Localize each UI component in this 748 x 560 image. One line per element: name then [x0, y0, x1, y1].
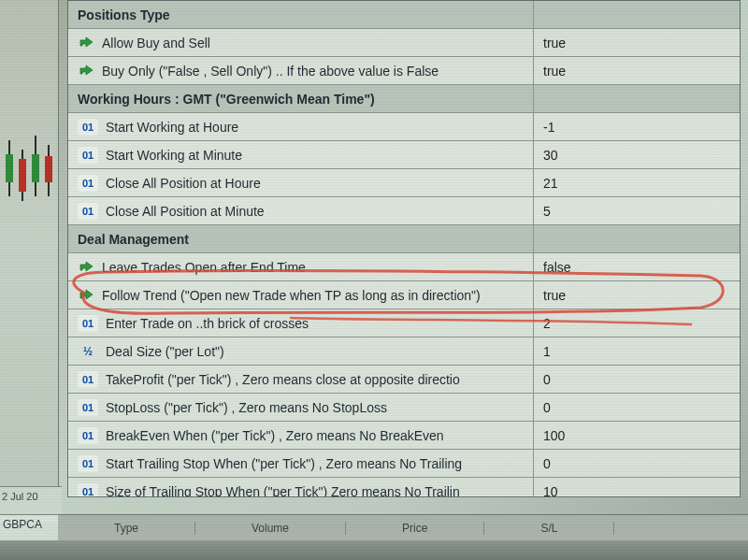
param-name-cell: 01Size of Trailing Stop When ("per Tick"…	[68, 478, 534, 497]
settings-row[interactable]: Allow Buy and Selltrue	[68, 29, 740, 57]
param-name-cell: Buy Only ("False , Sell Only") .. If the…	[68, 57, 534, 84]
param-label: Leave Trades Open after End Time	[102, 260, 306, 275]
param-label: Enter Trade on ..th brick of crosses	[106, 316, 309, 331]
param-name-cell: 01Start Working at Minute	[68, 141, 534, 168]
integer-icon: 01	[78, 427, 98, 444]
param-name-cell: ½Deal Size ("per Lot")	[68, 337, 534, 365]
param-label: StopLoss ("per Tick") , Zero means No St…	[106, 400, 387, 415]
settings-row[interactable]: 01StopLoss ("per Tick") , Zero means No …	[68, 394, 740, 422]
bool-arrow-icon	[78, 259, 94, 276]
integer-icon: 01	[78, 147, 98, 164]
param-value-cell[interactable]: 0	[534, 456, 740, 471]
param-name-cell: 01Close All Position at Minute	[68, 197, 534, 224]
param-label: Follow Trend ("Open new Trade when TP as…	[102, 288, 481, 303]
param-value-cell[interactable]: 0	[534, 400, 740, 415]
settings-row[interactable]: 01TakeProfit ("per Tick") , Zero means c…	[68, 366, 740, 394]
settings-group-header: Positions Type	[68, 1, 740, 29]
bool-arrow-icon	[78, 35, 94, 51]
integer-icon: 01	[78, 315, 98, 332]
param-value-cell[interactable]: 0	[534, 372, 740, 387]
param-value-cell[interactable]: 2	[534, 316, 740, 331]
integer-icon: 01	[78, 175, 98, 192]
param-label: Allow Buy and Sell	[102, 36, 210, 50]
param-label: BreakEven When ("per Tick") , Zero means…	[106, 428, 444, 443]
terminal-header-row: Type Volume Price S/L	[58, 514, 748, 541]
param-label: Close All Position at Houre	[106, 176, 261, 191]
param-label: TakeProfit ("per Tick") , Zero means clo…	[106, 372, 460, 387]
settings-row[interactable]: 01Size of Trailing Stop When ("per Tick"…	[68, 478, 740, 497]
settings-row[interactable]: 01Start Working at Houre-1	[68, 113, 740, 141]
param-label: Buy Only ("False , Sell Only") .. If the…	[102, 64, 439, 79]
param-value-cell[interactable]: 30	[534, 148, 740, 163]
param-value-cell[interactable]: 1	[534, 344, 740, 359]
param-name-cell: 01Close All Position at Houre	[68, 169, 534, 196]
param-value-cell[interactable]: 5	[534, 204, 740, 219]
param-label: Start Trailing Stop When ("per Tick") , …	[106, 456, 462, 471]
param-label: Close All Position at Minute	[106, 204, 265, 219]
group-label: Deal Management	[68, 225, 534, 252]
chart-strip	[0, 0, 59, 486]
fraction-icon: ½	[78, 343, 98, 360]
settings-row[interactable]: 01Close All Position at Minute5	[68, 197, 740, 225]
integer-icon: 01	[78, 203, 98, 220]
settings-row[interactable]: Buy Only ("False , Sell Only") .. If the…	[68, 57, 740, 85]
window-border	[0, 540, 748, 560]
param-value-cell[interactable]: 21	[534, 176, 740, 191]
settings-group-header: Working Hours : GMT ("Greenwich Mean Tim…	[68, 85, 740, 113]
param-value-cell[interactable]: true	[534, 36, 740, 50]
settings-panel: Positions TypeAllow Buy and SelltrueBuy …	[67, 0, 741, 497]
integer-icon: 01	[78, 399, 98, 416]
col-volume: Volume	[195, 522, 346, 535]
param-value-cell[interactable]: true	[534, 288, 740, 303]
settings-group-header: Deal Management	[68, 225, 740, 253]
param-name-cell: Follow Trend ("Open new Trade when TP as…	[68, 281, 534, 309]
param-label: Start Working at Houre	[106, 120, 238, 135]
bool-arrow-icon	[78, 63, 94, 79]
col-sl: S/L	[484, 522, 614, 535]
settings-row[interactable]: 01BreakEven When ("per Tick") , Zero mea…	[68, 422, 740, 450]
param-value-cell[interactable]: false	[534, 260, 740, 275]
col-type: Type	[58, 522, 195, 535]
param-label: Deal Size ("per Lot")	[106, 344, 224, 359]
integer-icon: 01	[78, 455, 98, 472]
integer-icon: 01	[78, 119, 98, 136]
param-name-cell: 01StopLoss ("per Tick") , Zero means No …	[68, 394, 534, 421]
param-label: Start Working at Minute	[106, 148, 242, 163]
param-name-cell: 01Start Working at Houre	[68, 113, 534, 140]
param-name-cell: 01TakeProfit ("per Tick") , Zero means c…	[68, 366, 534, 393]
param-name-cell: 01Start Trailing Stop When ("per Tick") …	[68, 450, 534, 477]
integer-icon: 01	[78, 483, 98, 498]
settings-row[interactable]: 01Enter Trade on ..th brick of crosses2	[68, 309, 740, 337]
param-name-cell: 01BreakEven When ("per Tick") , Zero mea…	[68, 422, 534, 449]
chart-symbol-tab[interactable]: GBPCA	[0, 514, 64, 541]
param-value-cell[interactable]: true	[534, 64, 740, 79]
integer-icon: 01	[78, 371, 98, 388]
group-label: Positions Type	[68, 1, 534, 28]
param-value-cell[interactable]: 100	[534, 428, 740, 443]
col-price: Price	[346, 522, 484, 535]
param-name-cell: Allow Buy and Sell	[68, 29, 534, 56]
settings-row[interactable]: 01Start Working at Minute30	[68, 141, 740, 169]
settings-row[interactable]: 01Start Trailing Stop When ("per Tick") …	[68, 450, 740, 478]
param-value-cell[interactable]: 10	[534, 484, 740, 498]
bool-arrow-icon	[78, 287, 94, 304]
settings-row[interactable]: ½Deal Size ("per Lot")1	[68, 337, 740, 366]
group-label: Working Hours : GMT ("Greenwich Mean Tim…	[68, 85, 534, 112]
param-name-cell: 01Enter Trade on ..th brick of crosses	[68, 309, 534, 337]
param-value-cell[interactable]: -1	[534, 120, 740, 135]
settings-row[interactable]: 01Close All Position at Houre21	[68, 169, 740, 197]
settings-row[interactable]: Follow Trend ("Open new Trade when TP as…	[68, 281, 740, 309]
param-label: Size of Trailing Stop When ("per Tick") …	[106, 484, 460, 498]
settings-row[interactable]: Leave Trades Open after End Timefalse	[68, 253, 740, 281]
param-name-cell: Leave Trades Open after End Time	[68, 253, 534, 280]
